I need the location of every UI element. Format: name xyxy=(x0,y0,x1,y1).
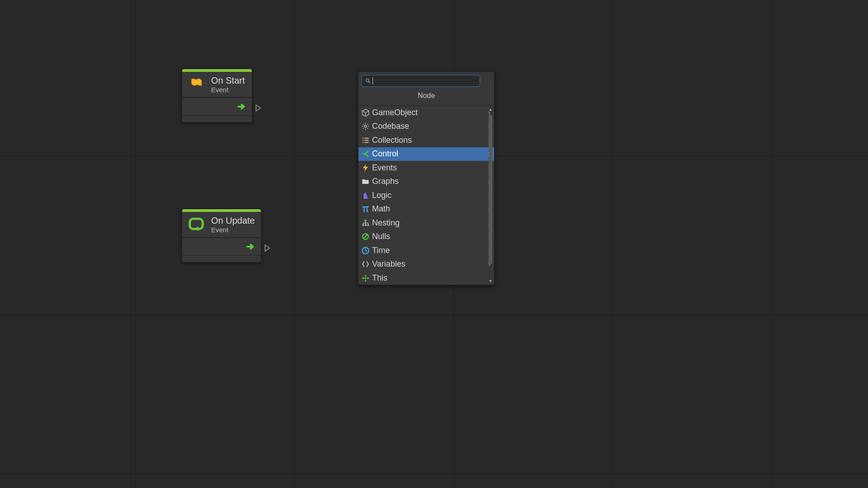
finder-item-label: Graphs xyxy=(372,177,399,186)
flow-output-port[interactable] xyxy=(255,104,262,112)
finder-item-gameobject[interactable]: GameObject› xyxy=(359,106,494,120)
flow-output-port[interactable] xyxy=(264,244,271,252)
clock-icon xyxy=(360,245,370,255)
finder-item-label: GameObject xyxy=(372,108,418,117)
scroll-thumb[interactable] xyxy=(489,115,492,264)
cube-icon xyxy=(360,108,370,117)
bolt-icon xyxy=(360,163,370,173)
loop-icon xyxy=(188,216,205,233)
node-title-block: On Update Event xyxy=(211,216,255,234)
finder-item-label: Variables xyxy=(372,259,406,269)
null-icon xyxy=(360,232,370,242)
flag-icon xyxy=(188,76,205,93)
graph-node-on-start[interactable]: On Start Event xyxy=(182,69,252,122)
finder-item-label: Nesting xyxy=(372,218,400,228)
node-fuzzy-finder[interactable]: Node GameObject›Codebase›Collections›Con… xyxy=(358,71,495,285)
branch-icon xyxy=(360,149,370,159)
node-title-block: On Start Event xyxy=(211,75,245,94)
folder-icon xyxy=(360,177,370,187)
node-title: On Start xyxy=(211,75,245,86)
finder-item-label: Codebase xyxy=(372,122,409,131)
graph-node-on-update[interactable]: On Update Event xyxy=(182,209,261,263)
flow-out-arrow-icon xyxy=(246,243,256,250)
scroll-track[interactable] xyxy=(489,112,492,278)
node-header[interactable]: On Start Event xyxy=(182,72,252,98)
scroll-up-arrow-icon[interactable]: ▲ xyxy=(488,107,493,112)
node-subtitle: Event xyxy=(211,86,245,94)
finder-item-label: Control xyxy=(372,149,398,159)
list-icon xyxy=(360,135,370,145)
node-title: On Update xyxy=(211,216,255,226)
svg-rect-0 xyxy=(190,219,203,229)
finder-item-variables[interactable]: Variables› xyxy=(359,258,494,272)
finder-item-logic[interactable]: Logic› xyxy=(359,188,494,202)
finder-item-graphs[interactable]: Graphs› xyxy=(359,175,494,189)
finder-item-label: Math xyxy=(372,204,390,214)
finder-item-collections[interactable]: Collections› xyxy=(359,133,494,147)
finder-scrollbar[interactable]: ▲ ▼ xyxy=(488,107,493,284)
node-footer xyxy=(182,256,261,262)
finder-item-codebase[interactable]: Codebase› xyxy=(359,120,494,134)
node-header[interactable]: On Update Event xyxy=(182,212,261,238)
search-icon xyxy=(364,78,372,84)
brackets-icon xyxy=(360,259,370,269)
finder-item-this[interactable]: This xyxy=(359,271,494,285)
search-input[interactable] xyxy=(373,76,479,86)
finder-item-label: Collections xyxy=(372,136,412,145)
node-output-row[interactable] xyxy=(182,238,261,256)
text-caret xyxy=(373,77,373,84)
finder-item-math[interactable]: Math› xyxy=(359,202,494,216)
knight-icon xyxy=(360,190,370,200)
pi-icon xyxy=(360,204,370,214)
finder-item-nesting[interactable]: Nesting› xyxy=(359,216,494,230)
scroll-down-arrow-icon[interactable]: ▼ xyxy=(488,278,493,284)
finder-item-events[interactable]: Events› xyxy=(359,161,494,175)
finder-item-label: Nulls xyxy=(372,232,390,241)
finder-item-control[interactable]: Control› xyxy=(359,147,494,161)
finder-item-nulls[interactable]: Nulls› xyxy=(359,230,494,244)
finder-item-label: This xyxy=(372,273,387,283)
gear-icon xyxy=(360,122,370,131)
finder-item-label: Logic xyxy=(372,191,392,200)
finder-item-time[interactable]: Time› xyxy=(359,244,494,258)
node-output-row[interactable] xyxy=(182,98,252,116)
search-wrap xyxy=(359,72,494,90)
finder-list[interactable]: GameObject›Codebase›Collections›Control›… xyxy=(359,106,494,285)
finder-header: Node xyxy=(359,90,494,106)
flow-out-arrow-icon xyxy=(237,103,247,110)
node-subtitle: Event xyxy=(211,226,255,234)
finder-item-label: Events xyxy=(372,163,397,173)
search-input-container[interactable] xyxy=(362,75,480,86)
finder-item-label: Time xyxy=(372,246,390,255)
tree-icon xyxy=(360,218,370,228)
target-icon xyxy=(360,273,370,283)
node-footer xyxy=(182,116,252,122)
